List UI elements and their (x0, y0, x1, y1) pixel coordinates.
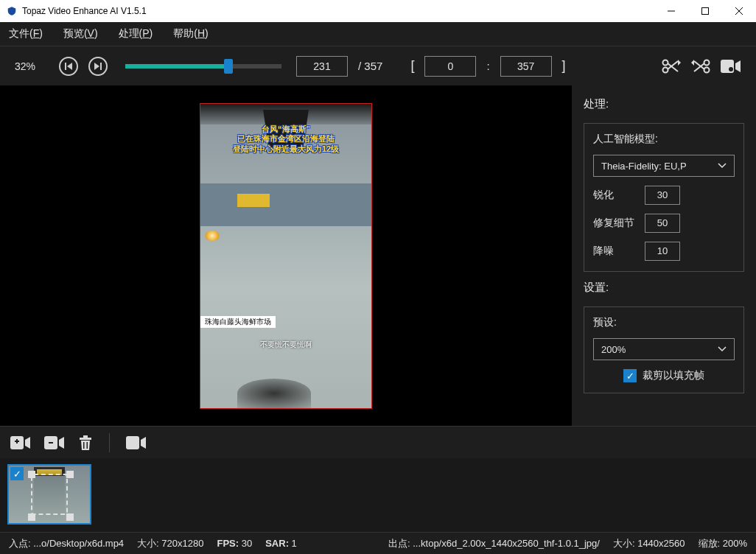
sar: SAR: 1 (265, 538, 297, 549)
playback-toolbar: 32% 231 / 357 [ 0 : 357 ] (0, 46, 756, 85)
record-icon[interactable] (721, 60, 741, 73)
out-size: 大小: 1440x2560 (613, 537, 685, 550)
right-panel: 处理: 人工智能模型: Theia-Fidelity: EU,P 锐化 30 修… (572, 85, 756, 426)
next-frame-button[interactable] (88, 57, 108, 76)
svg-marker-33 (141, 437, 146, 449)
crop-label: 裁剪以填充帧 (643, 369, 704, 382)
app-icon (6, 5, 18, 17)
svg-point-13 (704, 60, 710, 65)
menu-help[interactable]: 帮助(H) (173, 27, 208, 41)
preset-select[interactable]: 200% (593, 338, 735, 360)
slider-thumb[interactable] (224, 59, 233, 74)
svg-rect-32 (126, 436, 139, 449)
svg-rect-31 (87, 442, 88, 449)
prev-frame-button[interactable] (59, 57, 78, 76)
processing-box: 人工智能模型: Theia-Fidelity: EU,P 锐化 30 修复细节 … (584, 123, 744, 272)
fps: FPS: 30 (217, 538, 252, 549)
remove-clip-button[interactable] (44, 435, 65, 450)
video-subtitle: 不要慌不要慌啊 (200, 340, 371, 350)
titlebar-title: Topaz Video Enhance AI V1.5.1 (22, 6, 654, 16)
statusbar: 入点: ...o/Desktop/x6d.mp4 大小: 720x1280 FP… (0, 532, 756, 554)
sharpen-label: 锐化 (593, 189, 636, 202)
minimize-button[interactable] (654, 0, 688, 22)
range-start-input[interactable]: 0 (424, 56, 476, 77)
svg-point-8 (663, 60, 668, 65)
svg-rect-24 (16, 439, 18, 443)
chevron-down-icon (718, 163, 727, 169)
svg-rect-6 (100, 63, 102, 70)
preset-label: 预设: (593, 316, 735, 329)
svg-rect-28 (80, 438, 91, 440)
restore-label: 修复细节 (593, 217, 636, 230)
preset-value: 200% (601, 344, 626, 355)
svg-rect-1 (702, 8, 709, 15)
close-button[interactable] (722, 0, 756, 22)
range-sep: : (486, 60, 489, 72)
toolbar-divider (109, 433, 110, 452)
cut-left-icon[interactable] (662, 58, 681, 74)
svg-marker-17 (691, 60, 694, 66)
scale: 缩放: 200% (699, 537, 748, 550)
restore-input[interactable]: 50 (645, 214, 680, 233)
svg-point-14 (704, 67, 710, 72)
crop-checkbox[interactable]: ✓ (623, 369, 637, 382)
video-viewer: 台风“海高斯” 已在珠海市金湾区沿海登陆 登陆时中心附近最大风力12级 珠海白藤… (0, 85, 572, 426)
menu-preview[interactable]: 预览(V) (63, 27, 98, 41)
in-size: 大小: 720x1280 (137, 537, 203, 550)
model-value: Theia-Fidelity: EU,P (601, 161, 687, 172)
svg-rect-27 (49, 442, 53, 443)
svg-marker-22 (25, 437, 30, 449)
add-clip-button[interactable] (10, 435, 31, 450)
svg-marker-26 (59, 437, 64, 449)
current-frame-input[interactable]: 231 (296, 56, 348, 77)
bracket-close: ] (562, 58, 566, 74)
slider-fill (125, 64, 227, 69)
settings-box: 预设: 200% ✓ 裁剪以填充帧 (584, 306, 744, 393)
video-frame: 台风“海高斯” 已在珠海市金湾区沿海登陆 登陆时中心附近最大风力12级 珠海白藤… (200, 103, 372, 409)
denoise-input[interactable]: 10 (645, 242, 680, 261)
thumbnail-item[interactable]: ✓ (7, 464, 91, 525)
timeline-slider[interactable] (125, 64, 281, 69)
in-point: 入点: ...o/Desktop/x6d.mp4 (9, 537, 124, 550)
svg-point-20 (729, 67, 733, 71)
svg-marker-5 (67, 63, 72, 70)
titlebar: Topaz Video Enhance AI V1.5.1 (0, 0, 756, 22)
trash-button[interactable] (78, 435, 93, 451)
chevron-down-icon (718, 346, 727, 352)
cut-right-icon[interactable] (691, 58, 710, 74)
clip-toolbar (0, 426, 756, 458)
svg-marker-7 (94, 63, 99, 70)
menu-process[interactable]: 处理(P) (119, 27, 153, 41)
crop-overlay-icon (31, 474, 68, 515)
menu-file[interactable]: 文件(F) (9, 27, 43, 41)
svg-marker-12 (678, 60, 681, 66)
crop-checkbox-row[interactable]: ✓ 裁剪以填充帧 (593, 369, 735, 382)
model-label: 人工智能模型: (593, 133, 735, 146)
svg-rect-29 (83, 435, 88, 438)
thumbnail-strip: ✓ (0, 458, 756, 532)
svg-marker-19 (735, 60, 741, 72)
total-frames-label: / 357 (358, 60, 382, 72)
denoise-label: 降噪 (593, 245, 636, 258)
zoom-percent: 32% (15, 60, 49, 72)
processing-title: 处理: (584, 97, 744, 111)
bracket-open: [ (410, 58, 414, 74)
settings-title: 设置: (584, 281, 744, 295)
out-point: 出点: ...ktop/x6d_2.00x_1440x2560_thf-1.0.… (388, 537, 600, 550)
range-end-input[interactable]: 357 (500, 56, 552, 77)
video-headline: 台风“海高斯” 已在珠海市金湾区沿海登陆 登陆时中心附近最大风力12级 (200, 125, 371, 155)
svg-rect-4 (65, 63, 66, 70)
thumbnail-check-icon[interactable]: ✓ (10, 467, 24, 480)
video-location-tag: 珠海白藤头海鲜市场 (200, 316, 276, 328)
camera-button[interactable] (126, 436, 147, 449)
maximize-button[interactable] (688, 0, 722, 22)
svg-rect-30 (83, 442, 85, 449)
menubar: 文件(F) 预览(V) 处理(P) 帮助(H) (0, 22, 756, 46)
svg-point-9 (663, 67, 668, 72)
sharpen-input[interactable]: 30 (645, 186, 680, 205)
model-select[interactable]: Theia-Fidelity: EU,P (593, 155, 735, 177)
